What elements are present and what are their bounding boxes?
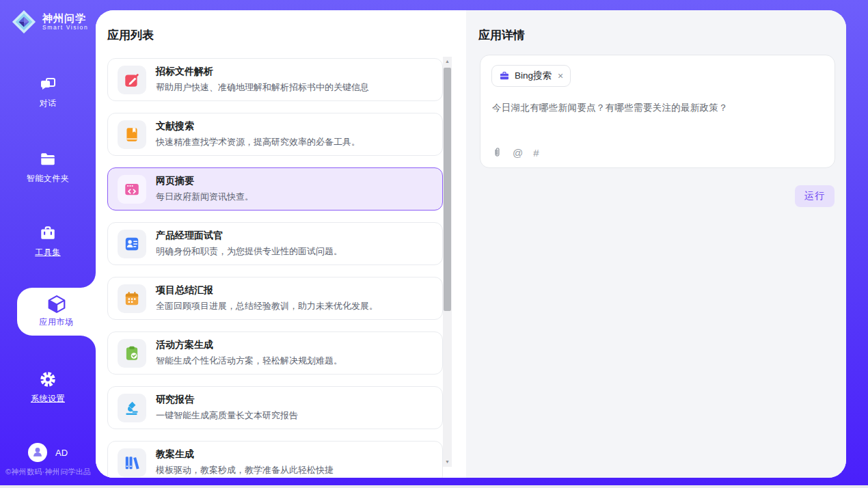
app-frame: 神州问学 Smart Vision 对话 智能文件夹 工具集 应用市场 系统设置 (0, 0, 868, 485)
sidebar-item-label: 系统设置 (31, 393, 65, 405)
user-menu[interactable]: AD (0, 443, 96, 462)
sidebar-item-label: 智能文件夹 (27, 173, 70, 185)
chat-icon (39, 75, 57, 93)
list-scrollbar[interactable]: ▲ ▼ (443, 57, 452, 467)
clipboard-icon (118, 339, 146, 368)
app-card-desc: 明确身份和职责，为您提供专业性的面试问题。 (156, 245, 342, 258)
brand-logo-icon (11, 9, 37, 35)
app-card-title: 项目总结汇报 (156, 284, 378, 297)
app-card-title: 招标文件解析 (156, 66, 369, 78)
scrollbar-down-icon[interactable]: ▼ (443, 457, 452, 467)
cube-icon (46, 295, 67, 313)
toolbox-icon (39, 224, 57, 242)
run-row: 运行 (795, 185, 835, 207)
chip-close-icon[interactable]: × (558, 70, 563, 81)
run-button[interactable]: 运行 (795, 185, 835, 207)
sidebar-item-settings[interactable]: 系统设置 (0, 370, 96, 405)
doc-edit-icon (118, 66, 146, 94)
sidebar-item-label: 应用市场 (40, 316, 74, 328)
app-card-title: 产品经理面试官 (156, 230, 342, 242)
app-card-desc: 帮助用户快速、准确地理解和解析招标书中的关键信息 (156, 81, 369, 94)
app-detail-panel: 应用详情 Bing搜索 × 今日湖北有哪些新闻要点？有哪些需要关注的最新政策？ … (466, 10, 846, 478)
tool-chip[interactable]: Bing搜索 × (491, 65, 571, 87)
sidebar-item-app-market[interactable]: 应用市场 (17, 288, 96, 336)
app-card-title: 活动方案生成 (156, 339, 342, 351)
app-card-list: 招标文件解析 帮助用户快速、准确地理解和解析招标书中的关键信息 文献搜索 快速精… (107, 58, 443, 478)
app-list-title: 应用列表 (107, 27, 154, 43)
books-icon (118, 448, 146, 477)
research-icon (118, 394, 146, 422)
brand-name: 神州问学 (42, 12, 88, 24)
app-card-desc: 快速精准查找学术资源，提高研究效率的必备工具。 (156, 136, 360, 148)
user-initials: AD (55, 448, 68, 458)
tool-chip-label: Bing搜索 (515, 70, 552, 82)
sidebar-item-label: 工具集 (35, 247, 61, 258)
app-card-desc: 每日政府新闻资讯快查。 (156, 191, 254, 203)
sidebar: 神州问学 Smart Vision 对话 智能文件夹 工具集 应用市场 系统设置 (0, 0, 96, 485)
user-icon (31, 446, 44, 460)
paperclip-icon[interactable] (492, 146, 502, 159)
app-card-title: 研究报告 (156, 394, 298, 406)
hash-icon[interactable]: # (533, 148, 539, 158)
scrollbar-thumb[interactable] (444, 68, 451, 311)
folder-icon (39, 150, 57, 168)
app-card-desc: 模板驱动，教案秒成，教学准备从此轻松快捷 (156, 464, 334, 476)
calendar-icon (118, 284, 146, 313)
mention-icon[interactable]: @ (513, 148, 523, 158)
content-panel: 应用列表 招标文件解析 帮助用户快速、准确地理解和解析招标书中的关键信息 文献搜… (96, 10, 846, 478)
app-card[interactable]: 文献搜索 快速精准查找学术资源，提高研究效率的必备工具。 (107, 113, 443, 156)
app-card[interactable]: 招标文件解析 帮助用户快速、准确地理解和解析招标书中的关键信息 (107, 58, 443, 101)
app-list-panel: 应用列表 招标文件解析 帮助用户快速、准确地理解和解析招标书中的关键信息 文献搜… (96, 10, 466, 478)
app-card[interactable]: 活动方案生成 智能生成个性化活动方案，轻松解决规划难题。 (107, 331, 443, 375)
webpage-icon (118, 175, 146, 204)
attach-toolbar: @ # (492, 146, 539, 159)
app-card[interactable]: 教案生成 模板驱动，教案秒成，教学准备从此轻松快捷 (107, 441, 443, 478)
app-card[interactable]: 项目总结汇报 全面回顾项目进展，总结经验教训，助力未来优化发展。 (107, 277, 443, 320)
brand-tagline: Smart Vision (42, 25, 88, 31)
sidebar-item-toolset[interactable]: 工具集 (0, 224, 96, 258)
app-card[interactable]: 网页摘要 每日政府新闻资讯快查。 (107, 167, 443, 211)
avatar[interactable] (28, 443, 47, 462)
briefcase-icon (499, 70, 510, 81)
app-card-desc: 智能生成个性化活动方案，轻松解决规划难题。 (156, 355, 342, 367)
app-card-desc: 一键智能生成高质量长文本研究报告 (156, 409, 298, 422)
book-icon (118, 120, 146, 149)
sidebar-item-chat[interactable]: 对话 (0, 75, 96, 109)
app-card[interactable]: 研究报告 一键智能生成高质量长文本研究报告 (107, 386, 443, 429)
scrollbar-up-icon[interactable]: ▲ (443, 57, 452, 66)
query-input-card[interactable]: Bing搜索 × 今日湖北有哪些新闻要点？有哪些需要关注的最新政策？ @ # (480, 55, 835, 168)
app-card[interactable]: 产品经理面试官 明确身份和职责，为您提供专业性的面试问题。 (107, 222, 443, 265)
sidebar-item-smart-folder[interactable]: 智能文件夹 (0, 150, 96, 185)
app-card-title: 网页摘要 (156, 175, 254, 187)
app-detail-title: 应用详情 (478, 27, 525, 43)
query-text[interactable]: 今日湖北有哪些新闻要点？有哪些需要关注的最新政策？ (492, 102, 823, 114)
app-card-title: 教案生成 (156, 448, 334, 461)
gear-icon (39, 370, 57, 388)
bubble-curve-top (81, 273, 96, 288)
app-card-title: 文献搜索 (156, 120, 360, 133)
bubble-curve-bottom (81, 336, 96, 351)
brand-logo: 神州问学 Smart Vision (11, 9, 88, 35)
app-card-desc: 全面回顾项目进展，总结经验教训，助力未来优化发展。 (156, 300, 378, 312)
interview-icon (118, 230, 146, 258)
sidebar-footer: ©神州数码·神州问学出品 (5, 467, 91, 477)
sidebar-item-label: 对话 (40, 98, 57, 109)
